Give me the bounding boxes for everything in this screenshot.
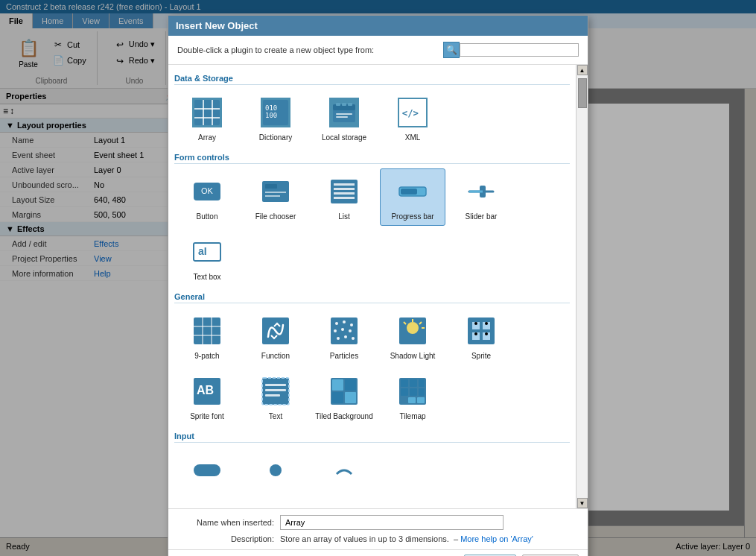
plugin-tilemap[interactable]: Tilemap — [380, 368, 445, 426]
svg-text:</>: </> — [402, 108, 419, 119]
svg-point-48 — [337, 337, 340, 340]
plugin-local-storage[interactable]: Local storage — [311, 89, 377, 147]
svg-rect-85 — [408, 397, 416, 403]
plugin-grid-form: OK Button File chooser Li — [174, 168, 570, 286]
particles-icon — [326, 313, 362, 349]
svg-rect-74 — [345, 379, 356, 391]
plugin-shadow-light[interactable]: Shadow Light — [380, 308, 445, 365]
svg-point-50 — [352, 337, 355, 340]
svg-rect-21 — [265, 192, 286, 193]
plugin-particles[interactable]: Particles — [311, 308, 377, 365]
slider-bar-icon — [463, 174, 499, 209]
category-form-controls: Form controls — [174, 153, 570, 164]
dialog-body: Data & Storage Array 010100 — [168, 65, 588, 508]
plugin-input-1[interactable] — [174, 447, 240, 496]
dialog-scroll-content[interactable]: Data & Storage Array 010100 — [168, 65, 576, 508]
svg-rect-79 — [410, 379, 417, 387]
dialog-footer: Name when inserted: Description: Store a… — [168, 508, 588, 549]
help-array-link[interactable]: More help on 'Array' — [460, 534, 533, 543]
svg-point-63 — [485, 322, 488, 325]
file-chooser-icon — [258, 174, 293, 209]
scrollbar-down-button[interactable]: ▼ — [577, 498, 588, 508]
plugin-tiled-background[interactable]: Tiled Background — [311, 368, 377, 426]
tilemap-icon — [395, 373, 431, 409]
svg-rect-24 — [334, 183, 355, 186]
plugin-file-chooser[interactable]: File chooser — [243, 168, 308, 226]
svg-rect-57 — [468, 318, 495, 344]
plugin-array[interactable]: Array — [174, 89, 240, 147]
svg-rect-81 — [401, 388, 408, 396]
svg-rect-35 — [194, 318, 220, 344]
plugin-slider-bar[interactable]: Slider bar — [448, 168, 514, 226]
svg-rect-0 — [194, 100, 220, 125]
plugin-sprite-font[interactable]: AB Sprite font — [174, 368, 240, 426]
svg-point-49 — [344, 335, 347, 338]
text-icon — [258, 373, 293, 409]
svg-rect-84 — [417, 397, 425, 403]
svg-rect-14 — [336, 116, 348, 118]
svg-rect-23 — [331, 180, 358, 203]
svg-rect-12 — [348, 103, 352, 106]
scrollbar-up-button[interactable]: ▲ — [577, 65, 588, 75]
shadow-light-label: Shadow Light — [390, 352, 436, 360]
plugin-button[interactable]: OK Button — [174, 168, 240, 226]
file-chooser-label: File chooser — [255, 212, 296, 221]
sprite-font-icon: AB — [189, 373, 225, 409]
plugin-text-box[interactable]: aI Text box — [174, 229, 240, 286]
svg-rect-20 — [265, 184, 277, 189]
name-row: Name when inserted: — [177, 515, 579, 530]
dialog-search: 🔍 — [380, 42, 579, 58]
svg-rect-75 — [332, 392, 343, 403]
plugin-grid-general: 9-patch Function Particles — [174, 308, 570, 426]
svg-rect-22 — [265, 195, 280, 197]
dictionary-icon: 010100 — [258, 95, 293, 130]
plugin-text[interactable]: Text — [243, 368, 308, 426]
svg-rect-13 — [336, 113, 352, 115]
svg-text:100: 100 — [265, 112, 277, 119]
progress-bar-icon — [395, 174, 431, 209]
svg-rect-25 — [334, 188, 355, 190]
svg-text:aI: aI — [198, 245, 207, 257]
svg-rect-26 — [334, 192, 355, 195]
function-icon — [258, 313, 293, 349]
category-data-storage: Data & Storage — [174, 74, 570, 85]
svg-point-42 — [335, 322, 338, 325]
svg-rect-27 — [334, 197, 355, 199]
plugin-dictionary[interactable]: 010100 Dictionary — [243, 89, 308, 147]
svg-point-62 — [474, 322, 477, 325]
scrollbar-thumb[interactable] — [578, 78, 587, 108]
dialog-title: Insert New Object — [176, 20, 258, 31]
plugin-sprite[interactable]: Sprite — [448, 308, 514, 365]
input-3-icon — [326, 452, 362, 488]
svg-point-46 — [341, 328, 344, 331]
plugin-list[interactable]: List — [311, 168, 377, 226]
dialog-titlebar: Insert New Object — [168, 16, 588, 36]
shadow-light-icon — [395, 313, 431, 349]
plugin-function[interactable]: Function — [243, 308, 308, 365]
plugin-9patch[interactable]: 9-patch — [174, 308, 240, 365]
plugin-grid-data: Array 010100 Dictionary — [174, 89, 570, 147]
desc-label: Description: — [177, 534, 274, 543]
search-input[interactable] — [460, 43, 579, 57]
svg-rect-10 — [336, 103, 340, 106]
svg-rect-29 — [401, 189, 417, 195]
dialog-scrollbar[interactable]: ▲ ▼ — [576, 65, 588, 508]
plugin-grid-input — [174, 447, 570, 496]
slider-bar-label: Slider bar — [466, 212, 498, 221]
svg-rect-69 — [265, 384, 286, 386]
dialog-overlay: Insert New Object Double-click a plugin … — [0, 0, 756, 556]
svg-point-44 — [350, 323, 353, 326]
svg-rect-86 — [194, 464, 220, 476]
plugin-input-2[interactable] — [243, 447, 308, 496]
tilemap-label: Tilemap — [399, 412, 425, 420]
text-box-icon: aI — [189, 234, 225, 270]
svg-point-65 — [485, 332, 488, 335]
svg-rect-73 — [332, 379, 343, 391]
plugin-xml[interactable]: </> XML — [380, 89, 445, 147]
tiled-background-icon — [326, 373, 362, 409]
name-input[interactable] — [280, 515, 504, 530]
plugin-input-3[interactable] — [311, 447, 377, 496]
input-2-icon — [258, 452, 293, 488]
name-label: Name when inserted: — [177, 518, 274, 527]
plugin-progress-bar[interactable]: Progress bar — [380, 168, 445, 226]
